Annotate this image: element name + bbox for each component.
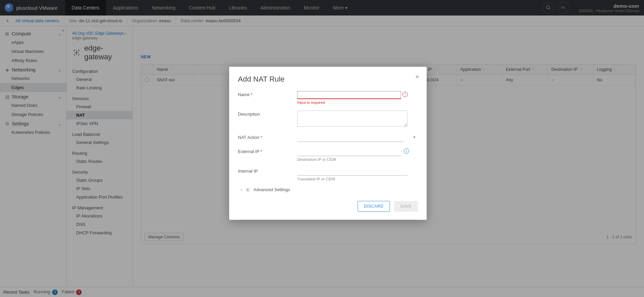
chevron-right-icon: › <box>241 187 242 192</box>
error-icon: ! <box>402 92 408 97</box>
modal-title: Add NAT Rule <box>238 75 418 84</box>
name-error: Input is required <box>297 100 418 105</box>
advanced-settings-toggle[interactable]: › Advanced Settings <box>241 187 418 192</box>
discard-button[interactable]: DISCARD <box>358 201 390 212</box>
internal-ip-hint: Translated IP or CIDR <box>297 177 418 181</box>
nat-action-select[interactable] <box>297 134 404 142</box>
external-ip-input[interactable] <box>297 148 401 156</box>
save-button[interactable]: SAVE <box>394 201 418 212</box>
chevron-down-icon: ▾ <box>413 135 415 139</box>
external-ip-hint: Destination IP or CIDR <box>297 157 418 161</box>
internal-ip-input[interactable] <box>297 168 407 176</box>
close-icon[interactable]: ✕ <box>415 74 419 80</box>
add-nat-rule-modal: ✕ Add NAT Rule Name* ! Input is required… <box>229 67 427 220</box>
description-input[interactable] <box>297 111 407 127</box>
gear-icon <box>245 187 250 192</box>
svg-point-2 <box>247 189 249 190</box>
info-icon[interactable]: i <box>404 148 409 154</box>
name-input[interactable] <box>297 91 401 99</box>
